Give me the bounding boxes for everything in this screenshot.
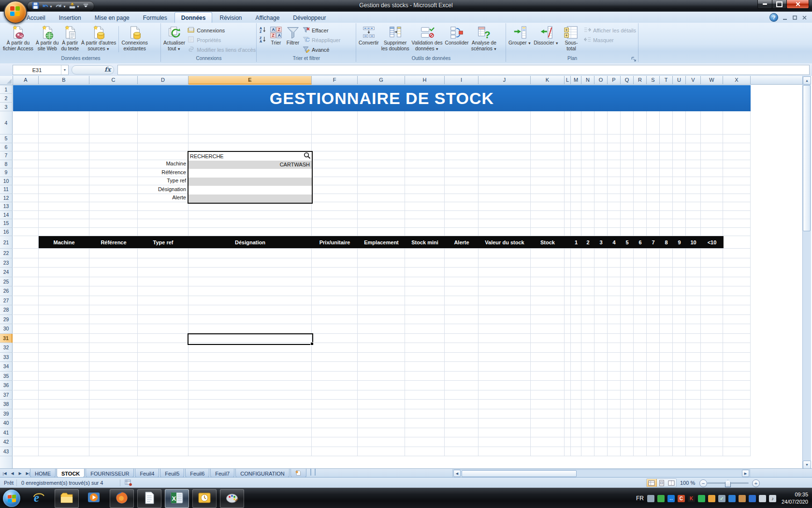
normal-view-button[interactable]: [647, 479, 657, 487]
ccleaner-tray-icon[interactable]: C: [678, 495, 685, 502]
vertical-scrollbar-thumb[interactable]: [803, 85, 811, 231]
page-break-view-button[interactable]: [667, 479, 676, 487]
row-header-22[interactable]: 22: [0, 249, 13, 258]
column-header-A[interactable]: A: [13, 76, 39, 85]
connexions-button[interactable]: Connexions existantes: [120, 24, 148, 54]
row-header-16[interactable]: 16: [0, 228, 13, 237]
meter-tray-icon[interactable]: [698, 495, 705, 502]
sort-asc-icon-button[interactable]: AZ: [258, 26, 267, 34]
sous-total-button[interactable]: Sous-total: [560, 24, 582, 54]
analyse-de-button[interactable]: ?Analyse de scénarios▼: [470, 24, 498, 54]
taskbar-clock[interactable]: 09:35 24/07/2020: [780, 491, 808, 506]
-partir-du-button[interactable]: À partir du fichier Access: [2, 24, 34, 54]
row-header-4[interactable]: 4: [0, 111, 13, 134]
column-header-L[interactable]: L: [565, 76, 571, 85]
actualiser-button[interactable]: Actualiser tout▼: [162, 24, 186, 54]
column-header-E[interactable]: E: [188, 76, 312, 85]
row-header-38[interactable]: 38: [0, 400, 13, 409]
zoom-slider-handle[interactable]: [725, 480, 731, 487]
row-header-32[interactable]: 32: [0, 343, 13, 353]
-partir-du-button[interactable]: À partir du site Web: [35, 24, 60, 54]
sheet-tab-feuil4[interactable]: Feuil4: [135, 469, 159, 478]
office-button[interactable]: [4, 0, 27, 24]
previous-sheet-button[interactable]: ◀: [9, 470, 16, 477]
close-button[interactable]: [786, 0, 809, 9]
scroll-left-button[interactable]: ◀: [453, 470, 461, 477]
row-header-6[interactable]: 6: [0, 143, 13, 152]
search-icon[interactable]: [304, 152, 312, 160]
dialog-launcher-icon[interactable]: [631, 55, 637, 61]
save-button[interactable]: [31, 2, 40, 11]
row-header-39[interactable]: 39: [0, 409, 13, 419]
row-header-36[interactable]: 36: [0, 381, 13, 390]
ime-tray-icon[interactable]: [728, 495, 736, 502]
taskbar-app-notepad[interactable]: [137, 489, 161, 508]
select-all-corner[interactable]: [0, 76, 13, 85]
row-header-31[interactable]: 31: [0, 334, 13, 344]
search-field-alerte[interactable]: [188, 194, 312, 203]
trier-button[interactable]: AZZATrier: [268, 24, 284, 54]
network-tray-icon[interactable]: [759, 495, 766, 502]
sheet-tab-fournisseur[interactable]: FOURNISSEUR: [86, 469, 134, 478]
column-header-X[interactable]: X: [723, 76, 751, 85]
sheet-tab-stock[interactable]: STOCK: [57, 469, 85, 478]
printer-check-tray-icon[interactable]: ✓: [718, 495, 725, 502]
workbook-minimize-button[interactable]: [783, 15, 788, 20]
undo-button[interactable]: ▼: [41, 2, 53, 11]
row-header-24[interactable]: 24: [0, 268, 13, 277]
column-header-C[interactable]: C: [89, 76, 138, 85]
row-header-34[interactable]: 34: [0, 362, 13, 372]
sort-desc-icon-button[interactable]: ZA: [258, 36, 267, 44]
row-header-43[interactable]: 43: [0, 447, 13, 457]
column-header-K[interactable]: K: [531, 76, 565, 85]
column-header-T[interactable]: T: [660, 76, 673, 85]
row-header-27[interactable]: 27: [0, 296, 13, 306]
row-header-12[interactable]: 12: [0, 194, 13, 203]
column-header-O[interactable]: O: [594, 76, 608, 85]
formula-input[interactable]: [117, 65, 810, 75]
row-header-8[interactable]: 8: [0, 160, 13, 169]
scroll-right-button[interactable]: ▶: [742, 470, 749, 477]
-partir-d-autres-button[interactable]: À partir d'autres sources▼: [80, 24, 117, 54]
grouper-button[interactable]: Grouper▼: [508, 24, 532, 54]
column-header-B[interactable]: B: [39, 76, 89, 85]
restore-button[interactable]: [772, 0, 787, 9]
row-header-41[interactable]: 41: [0, 428, 13, 438]
column-header-J[interactable]: J: [478, 76, 531, 85]
search-field-r-f-rence[interactable]: [188, 169, 312, 178]
column-header-S[interactable]: S: [647, 76, 660, 85]
teamviewer-tray-icon[interactable]: ↔: [667, 495, 675, 502]
search-field-type-ref[interactable]: [188, 178, 312, 186]
taskbar-app-windows-explorer[interactable]: [55, 489, 79, 508]
avanc--button[interactable]: Avancé: [302, 45, 341, 54]
tab-formules[interactable]: Formules: [137, 13, 174, 23]
next-sheet-button[interactable]: ▶: [16, 470, 24, 477]
row-header-40[interactable]: 40: [0, 418, 13, 428]
name-box-dropdown[interactable]: ▼: [61, 65, 68, 75]
row-header-42[interactable]: 42: [0, 437, 13, 447]
sheet-tab-feuil7[interactable]: Feuil7: [210, 469, 234, 478]
search-field-machine[interactable]: CARTWASH: [188, 161, 312, 169]
column-header-D[interactable]: D: [138, 76, 188, 85]
row-header-26[interactable]: 26: [0, 286, 13, 296]
insert-function-button[interactable]: fx: [104, 66, 111, 73]
row-header-7[interactable]: 7: [0, 151, 13, 160]
column-header-F[interactable]: F: [312, 76, 358, 85]
help-icon[interactable]: ?: [769, 13, 778, 22]
sheet-tab-home[interactable]: HOME: [30, 469, 56, 478]
column-header-U[interactable]: U: [673, 76, 686, 85]
column-header-V[interactable]: V: [686, 76, 701, 85]
sheet-tab-feuil5[interactable]: Feuil5: [160, 469, 184, 478]
row-header-23[interactable]: 23: [0, 258, 13, 268]
row-header-35[interactable]: 35: [0, 372, 13, 381]
tab-révision[interactable]: Révision: [213, 13, 248, 23]
language-indicator[interactable]: FR: [636, 495, 644, 502]
redo-button[interactable]: ▼: [55, 2, 67, 11]
printer-tray-icon[interactable]: [647, 495, 654, 502]
taskbar-app-outlook[interactable]: [192, 489, 217, 508]
row-header-25[interactable]: 25: [0, 277, 13, 287]
row-header-33[interactable]: 33: [0, 353, 13, 362]
dissocier-button[interactable]: Dissocier▼: [533, 24, 560, 54]
row-header-1[interactable]: 1: [0, 85, 13, 94]
scroll-down-button[interactable]: ▼: [803, 461, 811, 468]
